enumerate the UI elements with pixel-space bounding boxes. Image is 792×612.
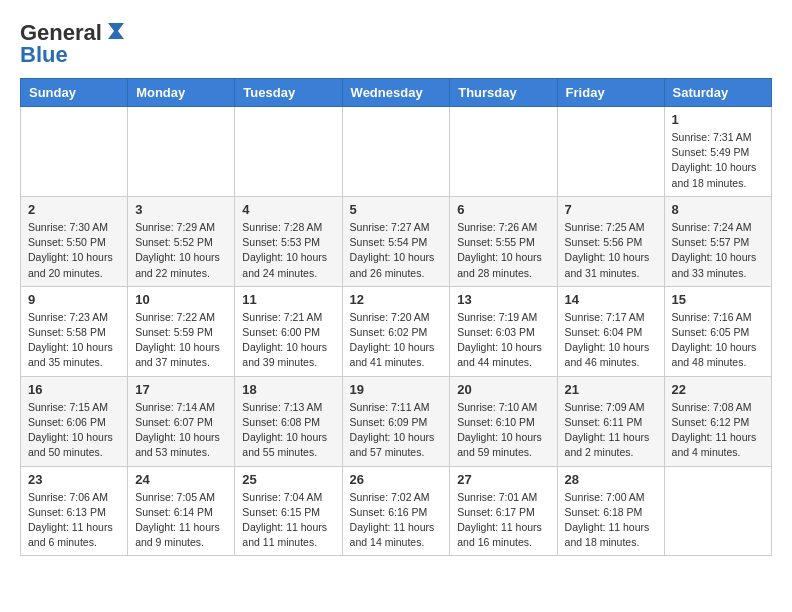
calendar-cell: 21Sunrise: 7:09 AM Sunset: 6:11 PM Dayli… <box>557 376 664 466</box>
weekday-header-row: SundayMondayTuesdayWednesdayThursdayFrid… <box>21 79 772 107</box>
day-number: 8 <box>672 202 764 217</box>
calendar-cell: 22Sunrise: 7:08 AM Sunset: 6:12 PM Dayli… <box>664 376 771 466</box>
day-number: 27 <box>457 472 549 487</box>
weekday-header-thursday: Thursday <box>450 79 557 107</box>
calendar-cell: 26Sunrise: 7:02 AM Sunset: 6:16 PM Dayli… <box>342 466 450 556</box>
day-info: Sunrise: 7:17 AM Sunset: 6:04 PM Dayligh… <box>565 310 657 371</box>
day-info: Sunrise: 7:27 AM Sunset: 5:54 PM Dayligh… <box>350 220 443 281</box>
day-number: 6 <box>457 202 549 217</box>
day-number: 20 <box>457 382 549 397</box>
calendar-cell: 11Sunrise: 7:21 AM Sunset: 6:00 PM Dayli… <box>235 286 342 376</box>
calendar-cell: 4Sunrise: 7:28 AM Sunset: 5:53 PM Daylig… <box>235 196 342 286</box>
calendar-cell: 15Sunrise: 7:16 AM Sunset: 6:05 PM Dayli… <box>664 286 771 376</box>
calendar-table: SundayMondayTuesdayWednesdayThursdayFrid… <box>20 78 772 556</box>
calendar-week-row: 2Sunrise: 7:30 AM Sunset: 5:50 PM Daylig… <box>21 196 772 286</box>
weekday-header-wednesday: Wednesday <box>342 79 450 107</box>
day-info: Sunrise: 7:08 AM Sunset: 6:12 PM Dayligh… <box>672 400 764 461</box>
day-info: Sunrise: 7:22 AM Sunset: 5:59 PM Dayligh… <box>135 310 227 371</box>
weekday-header-monday: Monday <box>128 79 235 107</box>
day-info: Sunrise: 7:13 AM Sunset: 6:08 PM Dayligh… <box>242 400 334 461</box>
day-number: 22 <box>672 382 764 397</box>
calendar-cell: 6Sunrise: 7:26 AM Sunset: 5:55 PM Daylig… <box>450 196 557 286</box>
day-number: 17 <box>135 382 227 397</box>
calendar-cell: 9Sunrise: 7:23 AM Sunset: 5:58 PM Daylig… <box>21 286 128 376</box>
day-info: Sunrise: 7:04 AM Sunset: 6:15 PM Dayligh… <box>242 490 334 551</box>
calendar-cell: 23Sunrise: 7:06 AM Sunset: 6:13 PM Dayli… <box>21 466 128 556</box>
day-number: 7 <box>565 202 657 217</box>
calendar-cell: 25Sunrise: 7:04 AM Sunset: 6:15 PM Dayli… <box>235 466 342 556</box>
day-info: Sunrise: 7:24 AM Sunset: 5:57 PM Dayligh… <box>672 220 764 281</box>
logo-flag-icon <box>104 21 128 45</box>
calendar-cell: 8Sunrise: 7:24 AM Sunset: 5:57 PM Daylig… <box>664 196 771 286</box>
day-number: 2 <box>28 202 120 217</box>
day-number: 12 <box>350 292 443 307</box>
day-number: 15 <box>672 292 764 307</box>
day-number: 1 <box>672 112 764 127</box>
day-info: Sunrise: 7:21 AM Sunset: 6:00 PM Dayligh… <box>242 310 334 371</box>
calendar-cell: 1Sunrise: 7:31 AM Sunset: 5:49 PM Daylig… <box>664 107 771 197</box>
calendar-week-row: 1Sunrise: 7:31 AM Sunset: 5:49 PM Daylig… <box>21 107 772 197</box>
calendar-cell <box>128 107 235 197</box>
calendar-cell: 5Sunrise: 7:27 AM Sunset: 5:54 PM Daylig… <box>342 196 450 286</box>
day-info: Sunrise: 7:09 AM Sunset: 6:11 PM Dayligh… <box>565 400 657 461</box>
calendar-cell <box>235 107 342 197</box>
logo: General Blue <box>20 20 128 68</box>
day-info: Sunrise: 7:31 AM Sunset: 5:49 PM Dayligh… <box>672 130 764 191</box>
page-header: General Blue <box>20 20 772 68</box>
day-info: Sunrise: 7:01 AM Sunset: 6:17 PM Dayligh… <box>457 490 549 551</box>
day-number: 10 <box>135 292 227 307</box>
svg-marker-0 <box>108 23 124 39</box>
calendar-cell: 20Sunrise: 7:10 AM Sunset: 6:10 PM Dayli… <box>450 376 557 466</box>
day-number: 28 <box>565 472 657 487</box>
day-info: Sunrise: 7:23 AM Sunset: 5:58 PM Dayligh… <box>28 310 120 371</box>
calendar-cell: 16Sunrise: 7:15 AM Sunset: 6:06 PM Dayli… <box>21 376 128 466</box>
day-info: Sunrise: 7:19 AM Sunset: 6:03 PM Dayligh… <box>457 310 549 371</box>
calendar-cell: 24Sunrise: 7:05 AM Sunset: 6:14 PM Dayli… <box>128 466 235 556</box>
calendar-cell <box>342 107 450 197</box>
day-number: 11 <box>242 292 334 307</box>
day-number: 14 <box>565 292 657 307</box>
calendar-cell <box>450 107 557 197</box>
day-info: Sunrise: 7:16 AM Sunset: 6:05 PM Dayligh… <box>672 310 764 371</box>
calendar-week-row: 9Sunrise: 7:23 AM Sunset: 5:58 PM Daylig… <box>21 286 772 376</box>
day-info: Sunrise: 7:28 AM Sunset: 5:53 PM Dayligh… <box>242 220 334 281</box>
day-info: Sunrise: 7:30 AM Sunset: 5:50 PM Dayligh… <box>28 220 120 281</box>
day-info: Sunrise: 7:29 AM Sunset: 5:52 PM Dayligh… <box>135 220 227 281</box>
calendar-cell <box>21 107 128 197</box>
calendar-cell: 19Sunrise: 7:11 AM Sunset: 6:09 PM Dayli… <box>342 376 450 466</box>
day-info: Sunrise: 7:00 AM Sunset: 6:18 PM Dayligh… <box>565 490 657 551</box>
day-number: 4 <box>242 202 334 217</box>
day-info: Sunrise: 7:25 AM Sunset: 5:56 PM Dayligh… <box>565 220 657 281</box>
weekday-header-tuesday: Tuesday <box>235 79 342 107</box>
calendar-cell: 17Sunrise: 7:14 AM Sunset: 6:07 PM Dayli… <box>128 376 235 466</box>
weekday-header-sunday: Sunday <box>21 79 128 107</box>
day-number: 5 <box>350 202 443 217</box>
day-number: 13 <box>457 292 549 307</box>
day-number: 25 <box>242 472 334 487</box>
calendar-cell: 3Sunrise: 7:29 AM Sunset: 5:52 PM Daylig… <box>128 196 235 286</box>
day-number: 18 <box>242 382 334 397</box>
calendar-cell: 14Sunrise: 7:17 AM Sunset: 6:04 PM Dayli… <box>557 286 664 376</box>
day-number: 26 <box>350 472 443 487</box>
calendar-cell: 28Sunrise: 7:00 AM Sunset: 6:18 PM Dayli… <box>557 466 664 556</box>
day-info: Sunrise: 7:05 AM Sunset: 6:14 PM Dayligh… <box>135 490 227 551</box>
day-info: Sunrise: 7:20 AM Sunset: 6:02 PM Dayligh… <box>350 310 443 371</box>
calendar-cell: 10Sunrise: 7:22 AM Sunset: 5:59 PM Dayli… <box>128 286 235 376</box>
day-number: 24 <box>135 472 227 487</box>
day-number: 9 <box>28 292 120 307</box>
day-info: Sunrise: 7:15 AM Sunset: 6:06 PM Dayligh… <box>28 400 120 461</box>
calendar-cell: 2Sunrise: 7:30 AM Sunset: 5:50 PM Daylig… <box>21 196 128 286</box>
calendar-cell <box>557 107 664 197</box>
day-info: Sunrise: 7:06 AM Sunset: 6:13 PM Dayligh… <box>28 490 120 551</box>
calendar-cell: 13Sunrise: 7:19 AM Sunset: 6:03 PM Dayli… <box>450 286 557 376</box>
day-number: 16 <box>28 382 120 397</box>
calendar-cell: 12Sunrise: 7:20 AM Sunset: 6:02 PM Dayli… <box>342 286 450 376</box>
weekday-header-friday: Friday <box>557 79 664 107</box>
day-info: Sunrise: 7:10 AM Sunset: 6:10 PM Dayligh… <box>457 400 549 461</box>
calendar-week-row: 16Sunrise: 7:15 AM Sunset: 6:06 PM Dayli… <box>21 376 772 466</box>
day-number: 21 <box>565 382 657 397</box>
calendar-week-row: 23Sunrise: 7:06 AM Sunset: 6:13 PM Dayli… <box>21 466 772 556</box>
calendar-cell <box>664 466 771 556</box>
day-info: Sunrise: 7:02 AM Sunset: 6:16 PM Dayligh… <box>350 490 443 551</box>
day-info: Sunrise: 7:26 AM Sunset: 5:55 PM Dayligh… <box>457 220 549 281</box>
